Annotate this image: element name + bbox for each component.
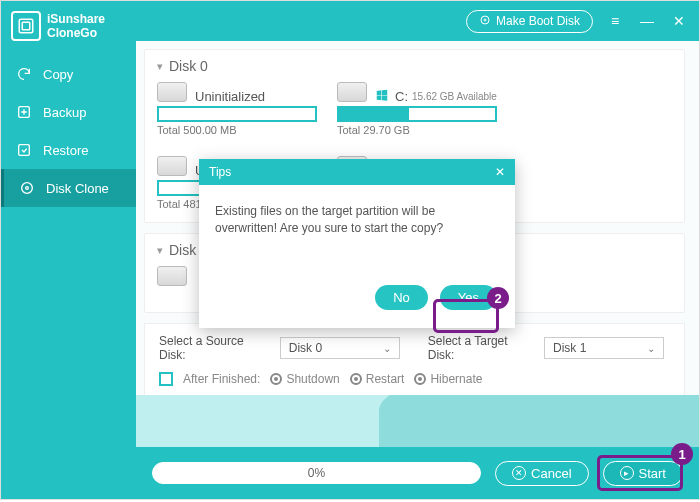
radio-icon: [414, 373, 426, 385]
source-disk-value: Disk 0: [289, 341, 322, 355]
radio-icon: [350, 373, 362, 385]
sidebar-item-disk-clone[interactable]: Disk Clone: [1, 169, 136, 207]
svg-point-7: [484, 19, 486, 21]
cancel-icon: ✕: [512, 466, 526, 480]
drive-icon: [157, 82, 187, 102]
selection-panel: Select a Source Disk: Disk 0 ⌄ Select a …: [144, 323, 685, 397]
start-label: Start: [639, 466, 666, 481]
windows-icon: [375, 88, 391, 104]
usage-bar: [157, 106, 317, 122]
plus-box-icon: [15, 103, 33, 121]
dialog-no-button[interactable]: No: [375, 285, 428, 310]
brand: iSunshare CloneGo: [1, 1, 136, 55]
make-boot-label: Make Boot Disk: [496, 14, 580, 28]
progress-value: 0%: [308, 466, 325, 480]
drive-icon: [157, 266, 187, 286]
svg-rect-0: [19, 19, 33, 33]
callout-badge-1: 1: [671, 443, 693, 465]
partition[interactable]: C: 15.62 GB Available Total 29.70 GB: [337, 82, 497, 136]
svg-rect-3: [19, 145, 30, 156]
dialog-header: Tips ✕: [199, 159, 515, 185]
target-disk-value: Disk 1: [553, 341, 586, 355]
progress-bar: 0%: [152, 462, 481, 484]
brand-line1: iSunshare: [47, 12, 105, 26]
sidebar-item-label: Copy: [43, 67, 73, 82]
sidebar: iSunshare CloneGo Copy Backup Restore Di…: [1, 1, 136, 499]
partition-total: Total 29.70 GB: [337, 124, 497, 136]
disk-name: Disk: [169, 242, 196, 258]
partition-label: C:: [395, 89, 408, 104]
brand-logo-icon: [11, 11, 41, 41]
confirm-dialog: Tips ✕ Existing files on the target part…: [199, 159, 515, 328]
target-disk-combo[interactable]: Disk 1 ⌄: [544, 337, 664, 359]
partition[interactable]: Uninitialized Total 500.00 MB: [157, 82, 317, 136]
sidebar-item-backup[interactable]: Backup: [1, 93, 136, 131]
dialog-title: Tips: [209, 165, 231, 179]
after-finished-label: After Finished:: [183, 372, 260, 386]
svg-point-4: [22, 183, 33, 194]
make-boot-disk-button[interactable]: Make Boot Disk: [466, 10, 593, 33]
svg-point-6: [481, 16, 489, 24]
restore-icon: [15, 141, 33, 159]
chevron-down-icon: ⌄: [647, 343, 655, 354]
sidebar-item-copy[interactable]: Copy: [1, 55, 136, 93]
after-finished-checkbox[interactable]: [159, 372, 173, 386]
radio-hibernate[interactable]: Hibernate: [414, 372, 482, 386]
play-icon: ▸: [620, 466, 634, 480]
app-window: iSunshare CloneGo Copy Backup Restore Di…: [0, 0, 700, 500]
sidebar-item-restore[interactable]: Restore: [1, 131, 136, 169]
disk-group-header[interactable]: ▾ Disk 0: [157, 58, 672, 74]
usage-bar: [337, 106, 497, 122]
drive-icon: [157, 156, 187, 176]
disk-name: Disk 0: [169, 58, 208, 74]
footer-bar: 0% ✕ Cancel ▸ Start: [136, 447, 699, 499]
titlebar: Make Boot Disk ≡ — ✕: [136, 1, 699, 41]
disk-icon: [18, 179, 36, 197]
minimize-icon[interactable]: —: [637, 11, 657, 31]
start-button[interactable]: ▸ Start: [603, 461, 683, 486]
cancel-button[interactable]: ✕ Cancel: [495, 461, 588, 486]
svg-rect-1: [22, 22, 30, 30]
chevron-down-icon: ▾: [157, 244, 163, 257]
dialog-close-icon[interactable]: ✕: [495, 165, 505, 179]
svg-point-5: [26, 187, 29, 190]
source-disk-combo[interactable]: Disk 0 ⌄: [280, 337, 400, 359]
close-icon[interactable]: ✕: [669, 11, 689, 31]
sidebar-item-label: Restore: [43, 143, 89, 158]
partition-total: Total 500.00 MB: [157, 124, 317, 136]
refresh-icon: [15, 65, 33, 83]
drive-icon: [337, 82, 367, 102]
radio-restart[interactable]: Restart: [350, 372, 405, 386]
dialog-body: Existing files on the target partition w…: [199, 185, 515, 275]
partition-label: Uninitialized: [195, 89, 265, 104]
partition-available: 15.62 GB Available: [412, 91, 497, 102]
target-disk-label: Select a Target Disk:: [428, 334, 530, 362]
sidebar-item-label: Disk Clone: [46, 181, 109, 196]
chevron-down-icon: ▾: [157, 60, 163, 73]
source-disk-label: Select a Source Disk:: [159, 334, 266, 362]
brand-line2: CloneGo: [47, 26, 105, 40]
chevron-down-icon: ⌄: [383, 343, 391, 354]
radio-icon: [270, 373, 282, 385]
sidebar-item-label: Backup: [43, 105, 86, 120]
radio-shutdown[interactable]: Shutdown: [270, 372, 339, 386]
callout-badge-2: 2: [487, 287, 509, 309]
cancel-label: Cancel: [531, 466, 571, 481]
menu-icon[interactable]: ≡: [605, 11, 625, 31]
disc-icon: [479, 14, 491, 29]
